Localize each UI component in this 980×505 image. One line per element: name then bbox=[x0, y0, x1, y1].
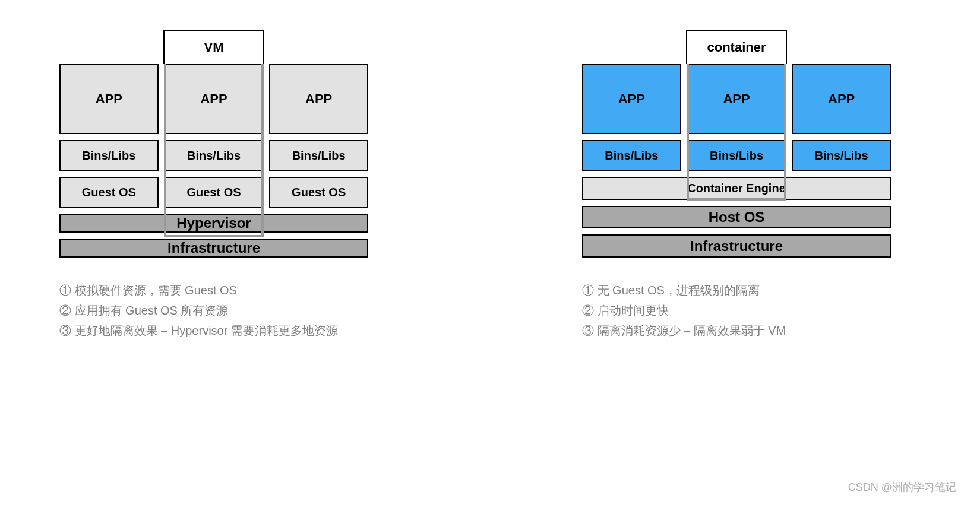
vm-stack: VM APP APP APP Bins/Libs Bins/Libs Bins/… bbox=[59, 30, 368, 341]
vm-app-1: APP bbox=[165, 64, 264, 134]
vm-guest-1: Guest OS bbox=[165, 177, 264, 208]
hypervisor: Hypervisor bbox=[59, 214, 368, 233]
vm-infra: Infrastructure bbox=[59, 239, 368, 258]
vm-app-0: APP bbox=[59, 64, 159, 134]
ctr-bins-1: Bins/Libs bbox=[687, 140, 786, 171]
container-stack: container APP APP APP Bins/Libs Bins/Lib… bbox=[582, 30, 891, 341]
vm-bins-1: Bins/Libs bbox=[165, 140, 264, 171]
vm-note-3: ③ 更好地隔离效果 – Hypervisor 需要消耗更多地资源 bbox=[59, 320, 368, 341]
vm-bins-0: Bins/Libs bbox=[59, 140, 159, 171]
ctr-app-0: APP bbox=[582, 64, 681, 134]
vm-guest-2: Guest OS bbox=[269, 177, 368, 208]
ctr-app-1: APP bbox=[687, 64, 786, 134]
container-header: container bbox=[686, 30, 786, 64]
ctr-note-2: ② 启动时间更快 bbox=[582, 300, 891, 320]
vm-app-2: APP bbox=[269, 64, 368, 134]
vm-header: VM bbox=[163, 30, 264, 64]
ctr-notes: ① 无 Guest OS，进程级别的隔离 ② 启动时间更快 ③ 隔离消耗资源少 … bbox=[582, 280, 891, 341]
vm-note-1: ① 模拟硬件资源，需要 Guest OS bbox=[59, 280, 368, 300]
ctr-bins-2: Bins/Libs bbox=[792, 140, 891, 171]
vm-bins-2: Bins/Libs bbox=[269, 140, 368, 171]
host-os: Host OS bbox=[582, 206, 891, 229]
watermark: CSDN @洲的学习笔记 bbox=[848, 480, 956, 494]
ctr-infra: Infrastructure bbox=[582, 234, 891, 258]
vm-guest-0: Guest OS bbox=[59, 177, 159, 208]
vm-notes: ① 模拟硬件资源，需要 Guest OS ② 应用拥有 Guest OS 所有资… bbox=[59, 280, 368, 341]
ctr-bins-0: Bins/Libs bbox=[582, 140, 681, 171]
ctr-note-1: ① 无 Guest OS，进程级别的隔离 bbox=[582, 280, 891, 300]
container-engine: Container Engine bbox=[582, 177, 891, 200]
ctr-app-2: APP bbox=[792, 64, 891, 134]
vm-note-2: ② 应用拥有 Guest OS 所有资源 bbox=[59, 300, 368, 320]
ctr-note-3: ③ 隔离消耗资源少 – 隔离效果弱于 VM bbox=[582, 320, 891, 341]
